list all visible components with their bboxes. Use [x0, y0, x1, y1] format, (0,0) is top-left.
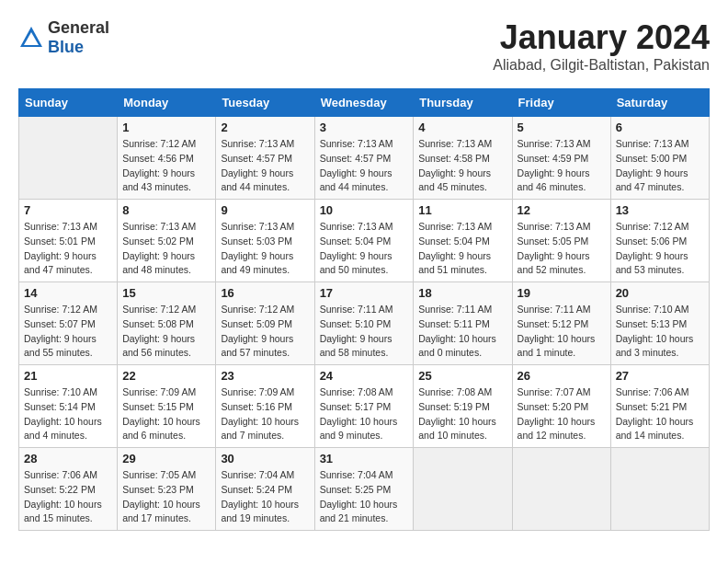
calendar-cell-w5-d6 [512, 448, 610, 531]
day-number: 22 [122, 369, 210, 383]
calendar-cell-w1-d1 [19, 117, 118, 200]
calendar-cell-w1-d5: 4Sunrise: 7:13 AMSunset: 4:58 PMDaylight… [414, 117, 512, 200]
calendar-cell-w5-d4: 31Sunrise: 7:04 AMSunset: 5:25 PMDayligh… [314, 448, 414, 531]
day-info: Sunrise: 7:12 AMSunset: 5:09 PMDaylight:… [221, 303, 309, 361]
page-header: General Blue January 2024 Aliabad, Gilgi… [18, 18, 710, 74]
calendar-cell-w2-d4: 10Sunrise: 7:13 AMSunset: 5:04 PMDayligh… [314, 200, 414, 282]
week-row-5: 28Sunrise: 7:06 AMSunset: 5:22 PMDayligh… [19, 448, 710, 531]
day-number: 1 [122, 121, 210, 134]
calendar-cell-w3-d1: 14Sunrise: 7:12 AMSunset: 5:07 PMDayligh… [19, 282, 118, 365]
day-number: 28 [24, 452, 112, 465]
day-number: 5 [518, 121, 606, 134]
day-info: Sunrise: 7:13 AMSunset: 4:59 PMDaylight:… [518, 137, 606, 195]
day-number: 27 [616, 369, 704, 383]
day-info: Sunrise: 7:13 AMSunset: 5:01 PMDaylight:… [24, 220, 112, 278]
col-sunday: Sunday [19, 89, 118, 117]
day-info: Sunrise: 7:13 AMSunset: 5:04 PMDaylight:… [320, 220, 409, 278]
day-info: Sunrise: 7:12 AMSunset: 5:06 PMDaylight:… [616, 220, 704, 278]
day-info: Sunrise: 7:11 AMSunset: 5:10 PMDaylight:… [320, 303, 409, 361]
calendar-cell-w3-d2: 15Sunrise: 7:12 AMSunset: 5:08 PMDayligh… [118, 282, 216, 365]
day-info: Sunrise: 7:09 AMSunset: 5:16 PMDaylight:… [221, 385, 309, 443]
day-info: Sunrise: 7:05 AMSunset: 5:23 PMDaylight:… [122, 468, 210, 526]
day-number: 17 [320, 286, 409, 300]
day-number: 12 [518, 203, 606, 217]
logo-general: General [48, 18, 109, 37]
calendar-cell-w5-d2: 29Sunrise: 7:05 AMSunset: 5:23 PMDayligh… [118, 448, 216, 531]
calendar-cell-w2-d3: 9Sunrise: 7:13 AMSunset: 5:03 PMDaylight… [216, 200, 314, 282]
day-info: Sunrise: 7:13 AMSunset: 5:02 PMDaylight:… [122, 220, 210, 278]
day-info: Sunrise: 7:09 AMSunset: 5:15 PMDaylight:… [122, 385, 210, 443]
calendar-cell-w1-d7: 6Sunrise: 7:13 AMSunset: 5:00 PMDaylight… [610, 117, 709, 200]
day-number: 26 [518, 369, 606, 383]
calendar-cell-w4-d6: 26Sunrise: 7:07 AMSunset: 5:20 PMDayligh… [512, 365, 610, 448]
calendar-cell-w1-d3: 2Sunrise: 7:13 AMSunset: 4:57 PMDaylight… [216, 117, 314, 200]
day-number: 9 [221, 203, 309, 217]
day-info: Sunrise: 7:13 AMSunset: 5:05 PMDaylight:… [518, 220, 606, 278]
col-saturday: Saturday [610, 89, 709, 117]
calendar-body: 1Sunrise: 7:12 AMSunset: 4:56 PMDaylight… [19, 117, 710, 531]
day-info: Sunrise: 7:13 AMSunset: 4:57 PMDaylight:… [320, 137, 409, 195]
day-number: 19 [518, 286, 606, 300]
day-number: 6 [616, 121, 704, 134]
day-info: Sunrise: 7:13 AMSunset: 4:57 PMDaylight:… [221, 137, 309, 195]
day-number: 29 [122, 452, 210, 465]
day-number: 7 [24, 203, 112, 217]
day-number: 14 [24, 286, 112, 300]
calendar-cell-w5-d1: 28Sunrise: 7:06 AMSunset: 5:22 PMDayligh… [19, 448, 118, 531]
day-number: 4 [418, 121, 506, 134]
calendar-cell-w5-d3: 30Sunrise: 7:04 AMSunset: 5:24 PMDayligh… [216, 448, 314, 531]
day-info: Sunrise: 7:12 AMSunset: 5:07 PMDaylight:… [24, 303, 112, 361]
calendar-cell-w1-d6: 5Sunrise: 7:13 AMSunset: 4:59 PMDaylight… [512, 117, 610, 200]
col-monday: Monday [118, 89, 216, 117]
calendar-cell-w3-d6: 19Sunrise: 7:11 AMSunset: 5:12 PMDayligh… [512, 282, 610, 365]
calendar-table: Sunday Monday Tuesday Wednesday Thursday… [18, 88, 710, 531]
calendar-cell-w3-d3: 16Sunrise: 7:12 AMSunset: 5:09 PMDayligh… [216, 282, 314, 365]
calendar-cell-w5-d5 [414, 448, 512, 531]
location-subtitle: Aliabad, Gilgit-Baltistan, Pakistan [493, 57, 710, 74]
calendar-cell-w1-d4: 3Sunrise: 7:13 AMSunset: 4:57 PMDaylight… [314, 117, 414, 200]
header-row: Sunday Monday Tuesday Wednesday Thursday… [19, 89, 710, 117]
day-number: 3 [320, 121, 409, 134]
title-block: January 2024 Aliabad, Gilgit-Baltistan, … [493, 18, 710, 74]
calendar-cell-w1-d2: 1Sunrise: 7:12 AMSunset: 4:56 PMDaylight… [118, 117, 216, 200]
calendar-cell-w4-d3: 23Sunrise: 7:09 AMSunset: 5:16 PMDayligh… [216, 365, 314, 448]
day-number: 20 [616, 286, 704, 300]
logo-blue: Blue [48, 38, 84, 56]
day-info: Sunrise: 7:13 AMSunset: 5:03 PMDaylight:… [221, 220, 309, 278]
day-number: 30 [221, 452, 309, 465]
day-info: Sunrise: 7:12 AMSunset: 5:08 PMDaylight:… [122, 303, 210, 361]
day-info: Sunrise: 7:13 AMSunset: 5:00 PMDaylight:… [616, 137, 704, 195]
week-row-4: 21Sunrise: 7:10 AMSunset: 5:14 PMDayligh… [19, 365, 710, 448]
col-thursday: Thursday [414, 89, 512, 117]
day-number: 10 [320, 203, 409, 217]
day-number: 2 [221, 121, 309, 134]
day-number: 25 [418, 369, 506, 383]
calendar-cell-w5-d7 [610, 448, 709, 531]
day-info: Sunrise: 7:13 AMSunset: 5:04 PMDaylight:… [418, 220, 506, 278]
day-info: Sunrise: 7:08 AMSunset: 5:19 PMDaylight:… [418, 385, 506, 443]
day-info: Sunrise: 7:13 AMSunset: 4:58 PMDaylight:… [418, 137, 506, 195]
month-year-title: January 2024 [493, 18, 710, 57]
calendar-cell-w2-d6: 12Sunrise: 7:13 AMSunset: 5:05 PMDayligh… [512, 200, 610, 282]
week-row-1: 1Sunrise: 7:12 AMSunset: 4:56 PMDaylight… [19, 117, 710, 200]
day-info: Sunrise: 7:04 AMSunset: 5:24 PMDaylight:… [221, 468, 309, 526]
col-wednesday: Wednesday [314, 89, 414, 117]
day-number: 8 [122, 203, 210, 217]
calendar-cell-w4-d7: 27Sunrise: 7:06 AMSunset: 5:21 PMDayligh… [610, 365, 709, 448]
day-number: 24 [320, 369, 409, 383]
calendar-cell-w4-d5: 25Sunrise: 7:08 AMSunset: 5:19 PMDayligh… [414, 365, 512, 448]
day-number: 18 [418, 286, 506, 300]
day-info: Sunrise: 7:04 AMSunset: 5:25 PMDaylight:… [320, 468, 409, 526]
calendar-cell-w2-d5: 11Sunrise: 7:13 AMSunset: 5:04 PMDayligh… [414, 200, 512, 282]
day-info: Sunrise: 7:06 AMSunset: 5:21 PMDaylight:… [616, 385, 704, 443]
calendar-cell-w3-d7: 20Sunrise: 7:10 AMSunset: 5:13 PMDayligh… [610, 282, 709, 365]
calendar-cell-w3-d4: 17Sunrise: 7:11 AMSunset: 5:10 PMDayligh… [314, 282, 414, 365]
week-row-3: 14Sunrise: 7:12 AMSunset: 5:07 PMDayligh… [19, 282, 710, 365]
day-info: Sunrise: 7:10 AMSunset: 5:13 PMDaylight:… [616, 303, 704, 361]
week-row-2: 7Sunrise: 7:13 AMSunset: 5:01 PMDaylight… [19, 200, 710, 282]
day-info: Sunrise: 7:11 AMSunset: 5:11 PMDaylight:… [418, 303, 506, 361]
day-number: 11 [418, 203, 506, 217]
calendar-header: Sunday Monday Tuesday Wednesday Thursday… [19, 89, 710, 117]
calendar-cell-w3-d5: 18Sunrise: 7:11 AMSunset: 5:11 PMDayligh… [414, 282, 512, 365]
logo-icon [18, 25, 44, 51]
